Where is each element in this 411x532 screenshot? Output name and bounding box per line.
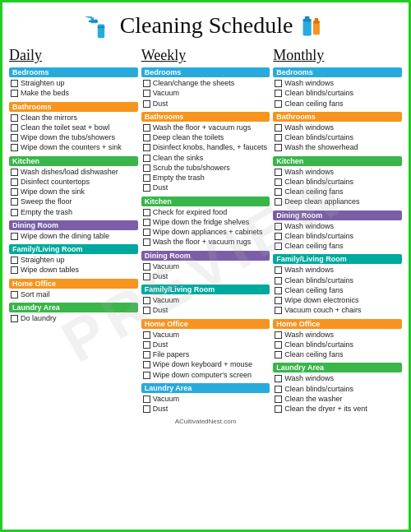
checkbox[interactable] — [143, 124, 150, 132]
checkbox[interactable] — [275, 297, 282, 304]
checkbox[interactable] — [11, 144, 18, 151]
checkbox[interactable] — [11, 291, 18, 298]
checkbox[interactable] — [143, 80, 150, 87]
checkbox[interactable] — [143, 307, 150, 314]
list-item: Dust — [141, 340, 270, 349]
checkbox[interactable] — [143, 164, 150, 172]
checkbox[interactable] — [275, 351, 282, 359]
checkbox[interactable] — [143, 155, 150, 162]
item-text: Empty the trash — [153, 173, 205, 183]
title: Cleaning Schedule — [120, 12, 293, 39]
checkbox[interactable] — [275, 169, 282, 176]
checkbox[interactable] — [11, 134, 18, 141]
checkbox[interactable] — [11, 90, 18, 97]
checkbox[interactable] — [143, 405, 150, 413]
checkbox[interactable] — [143, 341, 150, 349]
checkbox[interactable] — [11, 209, 18, 216]
list-item: Wipe down tables — [9, 266, 138, 275]
item-text: Deep clean appliances — [284, 197, 359, 206]
checkbox[interactable] — [275, 223, 282, 230]
checkbox[interactable] — [275, 405, 282, 413]
item-text: Wipe down the fridge shelves — [153, 218, 250, 227]
list-item: Clean blinds/curtains — [273, 276, 402, 285]
checkbox[interactable] — [11, 315, 18, 322]
checkbox[interactable] — [143, 351, 150, 359]
checkbox[interactable] — [143, 396, 150, 403]
list-item: Vacuum — [141, 89, 270, 98]
checkbox[interactable] — [11, 80, 18, 87]
checkbox[interactable] — [275, 243, 282, 250]
section-label-0-6: Laundry Area — [9, 303, 138, 312]
checkbox[interactable] — [143, 229, 150, 236]
section-label-2-4: Family/Living Room — [273, 254, 402, 264]
footer: ACultivatedNest.com — [9, 418, 402, 425]
svg-rect-6 — [97, 26, 104, 28]
checkbox[interactable] — [143, 90, 150, 97]
section-label-2-6: Laundry Area — [273, 363, 402, 372]
checkbox[interactable] — [11, 266, 18, 274]
page: PREVIEW Cleaning Schedule — [0, 0, 411, 532]
checkbox[interactable] — [143, 134, 150, 141]
checkbox[interactable] — [143, 219, 150, 226]
checkbox[interactable] — [143, 238, 150, 246]
checkbox[interactable] — [275, 100, 282, 108]
checkbox[interactable] — [11, 198, 18, 206]
checkbox[interactable] — [11, 257, 18, 264]
checkbox[interactable] — [143, 209, 150, 216]
checkbox[interactable] — [275, 341, 282, 349]
checkbox[interactable] — [143, 361, 150, 368]
checkbox[interactable] — [275, 144, 282, 151]
item-text: Wipe down the tubs/showers — [21, 133, 115, 142]
checkbox[interactable] — [143, 184, 150, 192]
item-text: Wipe down appliances + cabinets — [153, 228, 263, 237]
list-item: Sweep the floor — [9, 197, 138, 206]
item-text: Dust — [153, 405, 169, 414]
list-item: Straighten up — [9, 79, 138, 88]
column-header-0: Daily — [9, 47, 138, 64]
checkbox[interactable] — [275, 266, 282, 274]
checkbox[interactable] — [275, 331, 282, 339]
section-label-2-5: Home Office — [273, 319, 402, 329]
checkbox[interactable] — [143, 100, 150, 108]
checkbox[interactable] — [143, 144, 150, 151]
checkbox[interactable] — [11, 169, 18, 176]
checkbox[interactable] — [143, 331, 150, 339]
checkbox[interactable] — [275, 124, 282, 132]
checkbox[interactable] — [143, 263, 150, 271]
checkbox[interactable] — [275, 233, 282, 240]
checkbox[interactable] — [275, 307, 282, 314]
checkbox[interactable] — [11, 233, 18, 240]
list-item: Wipe down the dining table — [9, 232, 138, 241]
section-label-2-3: Dining Room — [273, 210, 402, 220]
checkbox[interactable] — [11, 188, 18, 196]
item-text: Clean the dryer + its vent — [284, 405, 367, 414]
checkbox[interactable] — [143, 297, 150, 304]
item-text: Do laundry — [21, 314, 57, 323]
section-label-1-2: Kitchen — [141, 197, 270, 206]
checkbox[interactable] — [275, 178, 282, 186]
checkbox[interactable] — [275, 80, 282, 87]
checkbox[interactable] — [275, 386, 282, 393]
checkbox[interactable] — [143, 372, 150, 379]
checkbox[interactable] — [275, 198, 282, 206]
checkbox[interactable] — [143, 273, 150, 280]
list-item: Clean ceiling fans — [273, 242, 402, 251]
item-text: Clean blinds/curtains — [284, 89, 353, 98]
list-item: Clean blinds/curtains — [273, 133, 402, 142]
checkbox[interactable] — [11, 178, 18, 186]
list-item: Clean the sinks — [141, 154, 270, 163]
checkbox[interactable] — [275, 90, 282, 97]
checkbox[interactable] — [275, 134, 282, 141]
checkbox[interactable] — [275, 277, 282, 285]
checkbox[interactable] — [11, 124, 18, 132]
item-text: Clean ceiling fans — [284, 350, 343, 359]
checkbox[interactable] — [275, 287, 282, 294]
checkbox[interactable] — [143, 174, 150, 182]
checkbox[interactable] — [275, 188, 282, 196]
checkbox[interactable] — [11, 114, 18, 122]
checkbox[interactable] — [275, 396, 282, 403]
cleaning-supplies-icon — [299, 10, 327, 41]
list-item: Scrub the tubs/showers — [141, 164, 270, 173]
item-text: Clean blinds/curtains — [284, 276, 353, 285]
checkbox[interactable] — [275, 375, 282, 382]
